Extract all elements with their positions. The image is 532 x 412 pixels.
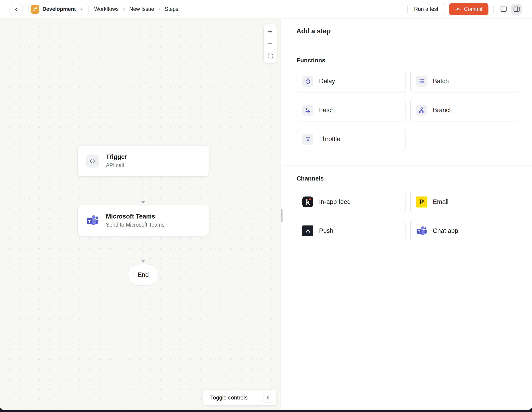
channel-card-in-app-feed[interactable]: k In-app feed xyxy=(297,191,406,213)
canvas-zoom-controls: + − xyxy=(264,24,277,63)
panel-right-icon xyxy=(513,6,520,13)
card-label: Fetch xyxy=(319,106,335,114)
card-label: In-app feed xyxy=(319,198,351,206)
window-bottom-edge xyxy=(0,410,532,412)
toggle-controls-label: Toggle controls xyxy=(210,394,247,401)
commit-icon xyxy=(455,6,461,12)
breadcrumb-separator: › xyxy=(159,6,160,12)
batch-list-icon xyxy=(416,76,427,87)
channel-card-email[interactable]: P Email xyxy=(410,191,519,213)
toggle-right-panel-button[interactable] xyxy=(511,4,522,15)
panel-splitter xyxy=(281,19,283,410)
zoom-in-button[interactable]: + xyxy=(264,25,277,38)
commit-button[interactable]: Commit xyxy=(449,3,488,15)
function-card-branch[interactable]: Branch xyxy=(410,99,519,121)
edge-teams-to-end xyxy=(143,238,143,261)
function-card-batch[interactable]: Batch xyxy=(410,70,519,92)
teams-node-subtitle: Send to Microsoft Teams xyxy=(106,222,164,228)
splitter-drag-handle[interactable] xyxy=(281,209,283,222)
back-button[interactable] xyxy=(10,3,22,15)
breadcrumb-new-issue[interactable]: New Issue xyxy=(129,6,154,12)
trigger-step-node[interactable]: Trigger API call xyxy=(77,145,209,177)
run-a-test-button[interactable]: Run a test xyxy=(407,3,445,15)
card-label: Push xyxy=(319,227,333,234)
panel-header: Add a step xyxy=(283,19,532,44)
channel-card-push[interactable]: Push xyxy=(297,220,406,242)
end-node: End xyxy=(128,264,159,286)
add-step-panel: Add a step Functions Delay xyxy=(283,19,532,410)
top-bar: Development Workflows › New Issue › Step… xyxy=(0,0,532,19)
functions-section: Functions Delay xyxy=(283,44,532,150)
trigger-node-title: Trigger xyxy=(106,153,127,161)
arrowhead-icon xyxy=(141,201,145,204)
arrowhead-icon xyxy=(141,260,145,263)
channels-section: Channels k In-app feed P Email xyxy=(283,165,532,242)
zoom-out-button[interactable]: − xyxy=(264,38,277,50)
microsoft-teams-icon xyxy=(416,225,427,236)
keyboard-shortcut-badge: K xyxy=(263,393,273,403)
fetch-arrows-icon xyxy=(302,105,313,116)
expand-icon xyxy=(267,53,273,59)
commit-button-label: Commit xyxy=(464,6,482,12)
throttle-filter-icon xyxy=(302,134,313,144)
card-label: Delay xyxy=(319,78,335,85)
card-label: Throttle xyxy=(319,135,340,143)
breadcrumb: Workflows › New Issue › Steps xyxy=(94,6,178,12)
workflow-canvas[interactable]: + − Trigger xyxy=(0,19,281,410)
breadcrumb-workflows[interactable]: Workflows xyxy=(94,6,119,12)
postmark-email-icon: P xyxy=(416,197,427,207)
workflow-editor-app: Development Workflows › New Issue › Step… xyxy=(0,0,532,410)
card-label: Chat app xyxy=(433,227,458,234)
branch-hierarchy-icon xyxy=(416,105,427,116)
toggle-left-panel-button[interactable] xyxy=(498,4,509,15)
card-label: Batch xyxy=(433,78,449,85)
environment-label: Development xyxy=(42,6,76,12)
fit-view-button[interactable] xyxy=(264,50,277,62)
panel-title: Add a step xyxy=(296,27,331,35)
edge-trigger-to-teams xyxy=(143,178,143,201)
function-card-delay[interactable]: Delay xyxy=(297,70,406,92)
toolbar-divider xyxy=(493,5,494,14)
knock-in-app-icon: k xyxy=(302,197,313,207)
card-label: Email xyxy=(433,198,449,206)
breadcrumb-steps: Steps xyxy=(165,6,178,12)
microsoft-teams-step-node[interactable]: Microsoft Teams Send to Microsoft Teams xyxy=(77,205,209,236)
code-icon xyxy=(86,154,99,168)
expo-push-icon xyxy=(302,225,313,236)
channels-heading: Channels xyxy=(297,175,519,182)
panel-left-icon xyxy=(500,6,507,13)
functions-heading: Functions xyxy=(297,57,519,64)
function-card-fetch[interactable]: Fetch xyxy=(297,99,406,121)
card-label: Branch xyxy=(433,106,453,114)
chevron-left-icon xyxy=(13,6,20,12)
channel-card-chat-app[interactable]: Chat app xyxy=(410,220,519,242)
environment-branch-icon xyxy=(31,5,39,14)
breadcrumb-separator: › xyxy=(123,6,125,12)
microsoft-teams-icon xyxy=(86,214,99,227)
environment-switcher[interactable]: Development xyxy=(28,3,88,15)
function-card-throttle[interactable]: Throttle xyxy=(297,128,406,150)
toggle-controls-button[interactable]: Toggle controls K xyxy=(202,390,276,405)
chevron-down-icon xyxy=(79,7,84,12)
trigger-node-subtitle: API call xyxy=(106,162,127,169)
teams-node-title: Microsoft Teams xyxy=(106,213,164,220)
delay-stopwatch-icon xyxy=(302,76,313,87)
